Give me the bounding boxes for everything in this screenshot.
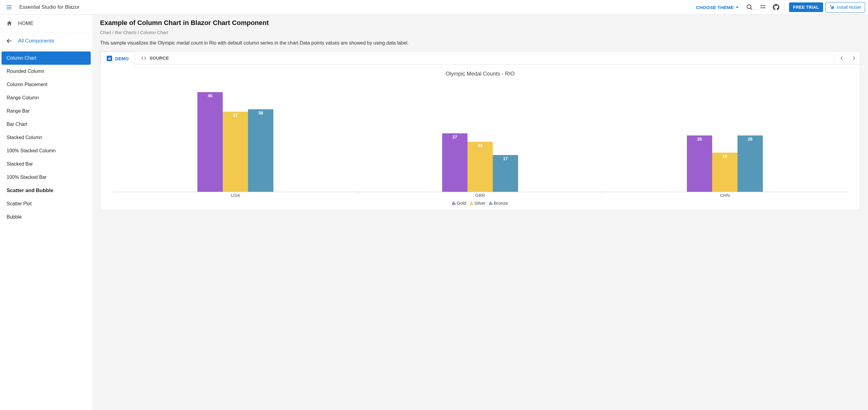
free-trial-button[interactable]: FREE TRIAL — [789, 2, 823, 12]
sidebar-item[interactable]: Range Bar — [0, 104, 92, 118]
page-description: This sample visualizes the Olympic medal… — [100, 40, 860, 46]
github-icon[interactable] — [770, 4, 783, 10]
chart-bar: 17 — [493, 155, 518, 192]
next-sample-button[interactable] — [848, 52, 860, 64]
svg-rect-10 — [831, 6, 834, 9]
chart-area: Olympic Medal Counts - RIO 4637382723172… — [100, 65, 860, 210]
svg-point-3 — [761, 5, 762, 6]
sidebar-item[interactable]: Column Placement — [0, 78, 92, 91]
search-icon[interactable] — [743, 4, 756, 10]
divider — [834, 54, 835, 63]
chart-legend: GoldSilverBronze — [107, 199, 852, 209]
sidebar: HOME All Components Column ChartRounded … — [0, 15, 92, 410]
sidebar-item[interactable]: Bar Chart — [0, 118, 92, 131]
chart-bar: 38 — [248, 109, 273, 192]
sidebar-item[interactable]: 100% Stacked Column — [0, 144, 92, 158]
legend-swatch-icon — [470, 201, 473, 205]
chart-bar: 46 — [197, 92, 223, 192]
hamburger-icon[interactable] — [3, 4, 15, 10]
chart-icon — [107, 56, 112, 61]
tab-source-label: SOURCE — [150, 56, 169, 61]
tab-source[interactable]: SOURCE — [135, 52, 175, 64]
sidebar-item[interactable]: Stacked Bar — [0, 158, 92, 171]
legend-label: Gold — [457, 201, 466, 206]
sidebar-item[interactable]: Scatter Plot — [0, 197, 92, 210]
legend-label: Silver — [474, 201, 486, 206]
x-axis-tick-label: CHN — [720, 193, 730, 198]
svg-rect-8 — [765, 7, 765, 8]
chart-bar: 23 — [467, 142, 493, 192]
divider — [784, 3, 785, 12]
sidebar-item[interactable]: Range Column — [0, 91, 92, 104]
install-nuget-label: Install NuGet — [837, 5, 861, 10]
tab-demo-label: DEMO — [115, 56, 129, 61]
sidebar-group-header: Scatter and Bubble — [0, 184, 92, 197]
svg-rect-4 — [762, 5, 765, 6]
chart-bar-label: 37 — [223, 113, 248, 118]
sidebar-item[interactable]: Column Chart — [1, 52, 91, 65]
chart-bar-label: 18 — [712, 154, 738, 159]
chart-bar-label: 26 — [687, 137, 712, 141]
chart-bar-group: 463738 — [197, 92, 273, 192]
x-axis-tick-mark — [602, 192, 603, 194]
demo-panel: DEMO SOURCE Olympic Medal Cou — [100, 51, 860, 210]
sidebar-item[interactable]: 100% Stacked Bar — [0, 171, 92, 184]
svg-rect-14 — [108, 58, 109, 60]
sidebar-home[interactable]: HOME — [0, 15, 92, 32]
home-icon — [6, 20, 13, 27]
install-nuget-button[interactable]: Install NuGet — [826, 2, 865, 13]
chart-bar: 26 — [687, 135, 712, 192]
choose-theme-button[interactable]: CHOOSE THEME — [692, 5, 743, 10]
svg-rect-7 — [760, 7, 764, 8]
choose-theme-label: CHOOSE THEME — [696, 5, 734, 10]
sidebar-all-components[interactable]: All Components — [0, 32, 92, 50]
caret-down-icon — [736, 7, 739, 8]
legend-label: Bronze — [494, 201, 508, 206]
chart-bar-label: 26 — [738, 137, 763, 141]
chart-x-axis: USAGBRCHN — [113, 193, 847, 199]
svg-rect-5 — [760, 5, 761, 6]
chart-bar-label: 23 — [467, 143, 493, 148]
breadcrumb: Chart / Bar Charts / Column Chart — [100, 30, 860, 35]
arrow-left-icon — [6, 38, 13, 44]
settings-icon[interactable] — [756, 4, 770, 10]
legend-item[interactable]: Gold — [452, 201, 466, 206]
chart-bar: 26 — [738, 135, 763, 192]
svg-point-11 — [832, 7, 833, 7]
code-icon — [141, 56, 147, 61]
tab-demo[interactable]: DEMO — [100, 52, 135, 65]
chart-bar-group: 261826 — [687, 135, 763, 192]
chart-bar-group: 272317 — [442, 133, 518, 192]
page-title: Example of Column Chart in Blazor Chart … — [100, 19, 860, 27]
legend-item[interactable]: Silver — [470, 201, 486, 206]
chart-plot: 463738272317261826 — [113, 81, 847, 192]
nuget-icon — [830, 4, 834, 10]
x-axis-tick-label: USA — [231, 193, 240, 198]
chart-bar: 18 — [712, 152, 738, 192]
svg-point-9 — [830, 5, 831, 6]
sidebar-item[interactable]: Rounded Column — [0, 65, 92, 78]
chart-title: Olympic Medal Counts - RIO — [107, 71, 852, 77]
sidebar-all-components-label: All Components — [18, 38, 54, 44]
prev-sample-button[interactable] — [836, 52, 848, 64]
svg-rect-15 — [109, 57, 110, 60]
sidebar-item[interactable]: Stacked Column — [0, 131, 92, 144]
legend-swatch-icon — [489, 201, 493, 205]
panel-tabs: DEMO SOURCE — [100, 52, 860, 65]
svg-point-12 — [832, 7, 834, 9]
x-axis-tick-mark — [358, 192, 358, 194]
chart-bar: 27 — [442, 133, 467, 192]
legend-swatch-icon — [452, 201, 456, 205]
svg-rect-16 — [110, 58, 111, 60]
chart-bar: 37 — [223, 112, 248, 192]
chart-bar-label: 46 — [197, 93, 223, 98]
legend-item[interactable]: Bronze — [489, 201, 508, 206]
sidebar-list: Column ChartRounded ColumnColumn Placeme… — [0, 50, 92, 224]
app-title: Essential Studio for Blazor — [19, 4, 79, 10]
top-header: Essential Studio for Blazor CHOOSE THEME… — [0, 0, 868, 15]
x-axis-tick-label: GBR — [475, 193, 485, 198]
chart-bar-label: 17 — [493, 156, 518, 161]
sidebar-home-label: HOME — [18, 21, 33, 27]
chart-bar-label: 27 — [442, 135, 467, 139]
sidebar-item[interactable]: Bubble — [0, 210, 92, 224]
